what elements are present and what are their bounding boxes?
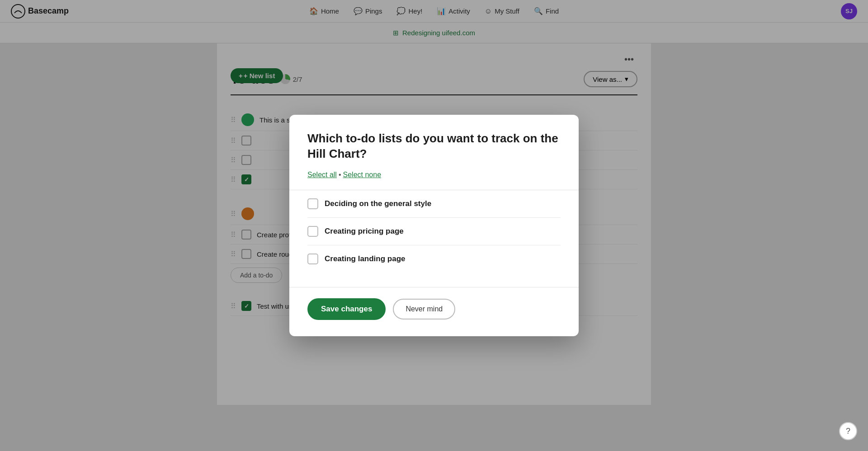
help-button[interactable]: ? [839, 422, 857, 440]
modal-overlay: Which to-do lists do you want to track o… [0, 0, 868, 451]
modal-checkbox-3[interactable] [307, 254, 318, 264]
modal-checkbox-1[interactable] [307, 198, 318, 209]
select-all-link[interactable]: Select all [307, 171, 337, 179]
save-button[interactable]: Save changes [307, 298, 386, 320]
modal-title: Which to-do lists do you want to track o… [307, 131, 561, 162]
modal: Which to-do lists do you want to track o… [289, 115, 579, 336]
modal-checkbox-2[interactable] [307, 226, 318, 237]
modal-select-links: Select all • Select none [307, 171, 561, 179]
modal-footer-divider [289, 287, 579, 287]
modal-item-label-3: Creating landing page [325, 254, 406, 263]
modal-list: Deciding on the general style Creating p… [307, 190, 561, 272]
modal-actions: Save changes Never mind [307, 298, 561, 320]
separator: • [339, 171, 341, 179]
never-mind-button[interactable]: Never mind [393, 299, 455, 319]
list-item[interactable]: Deciding on the general style [307, 190, 561, 218]
list-item[interactable]: Creating pricing page [307, 218, 561, 245]
select-none-link[interactable]: Select none [343, 171, 382, 179]
modal-item-label-2: Creating pricing page [325, 227, 404, 236]
list-item[interactable]: Creating landing page [307, 245, 561, 272]
modal-item-label-1: Deciding on the general style [325, 199, 431, 208]
